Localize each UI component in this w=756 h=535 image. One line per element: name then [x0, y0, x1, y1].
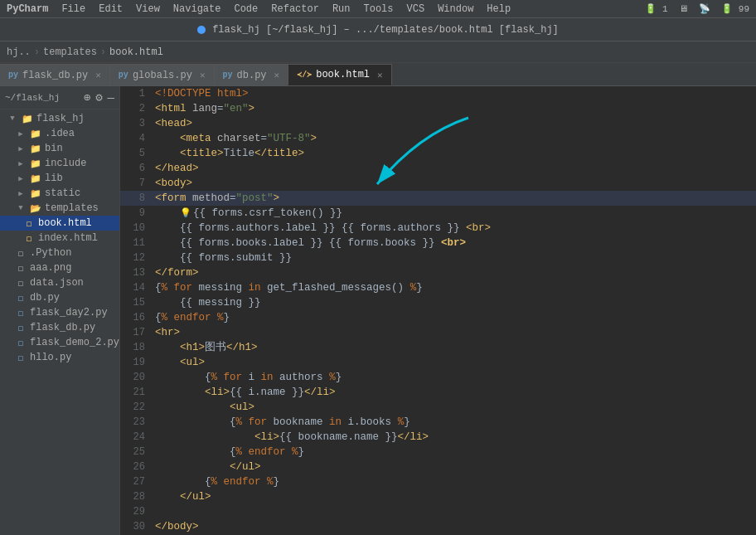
line-number: 13	[120, 265, 152, 280]
sidebar-item-label: flask_db.py	[30, 322, 95, 333]
menu-code[interactable]: Code	[234, 3, 258, 15]
sidebar-settings-btn[interactable]: ⚙	[95, 90, 102, 105]
folder-icon: 📁	[30, 158, 41, 169]
line-number: 1	[120, 86, 152, 101]
sidebar-item-label: lib	[45, 173, 63, 184]
file-icon: ◻	[23, 218, 35, 229]
sidebar-item-flask-demo[interactable]: ◻ flask_demo_2.py	[0, 335, 119, 350]
sidebar-collapse-btn[interactable]: —	[108, 91, 114, 105]
code-line: 3 <head>	[120, 116, 756, 131]
line-content: {% endfor %}	[152, 474, 756, 489]
sidebar-item-bin[interactable]: ▶ 📁 bin	[0, 141, 119, 156]
app-name: PyCharm	[7, 3, 48, 15]
sidebar-item-lib[interactable]: ▶ 📁 lib	[0, 171, 119, 186]
sidebar-add-btn[interactable]: ⊕	[84, 90, 90, 105]
menu-file[interactable]: File	[61, 3, 85, 15]
code-line: 17 <hr>	[120, 325, 756, 340]
sidebar-item-templates[interactable]: ▼ 📂 templates	[0, 201, 119, 216]
expand-icon: ▼	[15, 204, 27, 212]
line-number: 7	[120, 176, 152, 191]
sidebar-item-label: aaa.png	[30, 262, 71, 274]
line-number: 29	[120, 504, 152, 519]
line-number: 22	[120, 400, 152, 415]
breadcrumb-current[interactable]: book.html	[109, 46, 163, 58]
close-tab-icon[interactable]: ✕	[200, 70, 206, 80]
line-number: 5	[120, 146, 152, 161]
sidebar-item-flask-day2[interactable]: ◻ flask_day2.py	[0, 305, 119, 320]
sidebar-item-aaa-png[interactable]: ◻ aaa.png	[0, 260, 119, 275]
main-area: ~/flask_hj ⊕ ⚙ — ▼ 📁 flask_hj ▶ 📁 .idea …	[0, 86, 756, 535]
line-content: <meta charset="UTF-8">	[152, 131, 756, 146]
path-text: flask_hj [~/flask_hj] – .../templates/bo…	[197, 24, 559, 36]
file-icon: ◻	[15, 248, 27, 259]
close-tab-icon[interactable]: ✕	[377, 70, 383, 80]
sidebar-item-hllo[interactable]: ◻ hllo.py	[0, 350, 119, 365]
menu-help[interactable]: Help	[487, 3, 511, 15]
code-line: 4 <meta charset="UTF-8">	[120, 131, 756, 146]
line-number: 11	[120, 236, 152, 250]
menu-vcs[interactable]: VCS	[407, 3, 425, 15]
sidebar-item-index-html[interactable]: ◻ index.html	[0, 231, 119, 246]
menu-refactor[interactable]: Refactor	[271, 3, 319, 15]
sidebar-item-label: .idea	[45, 128, 75, 139]
close-tab-icon[interactable]: ✕	[95, 70, 101, 80]
menu-run[interactable]: Run	[332, 3, 351, 15]
sidebar-item-idea[interactable]: ▶ 📁 .idea	[0, 126, 119, 141]
tab-db[interactable]: py db.py ✕	[214, 64, 289, 85]
code-line: 12 {{ forms.submit }}	[120, 250, 756, 265]
line-content: 💡{{ forms.csrf_token() }}	[152, 206, 756, 221]
sidebar-item-python[interactable]: ◻ .Python	[0, 246, 119, 260]
close-tab-icon[interactable]: ✕	[274, 70, 280, 80]
code-line: 6 </head>	[120, 161, 756, 176]
sidebar-item-label: flask_hj	[36, 113, 85, 124]
sidebar-item-flask-hj[interactable]: ▼ 📁 flask_hj	[0, 111, 119, 126]
line-number: 18	[120, 340, 152, 355]
sidebar-item-label: include	[45, 158, 86, 169]
sidebar-item-static[interactable]: ▶ 📁 static	[0, 186, 119, 201]
menu-window[interactable]: Window	[438, 3, 473, 15]
file-icon: ◻	[15, 323, 27, 333]
editor-container[interactable]: 1 <!DOCTYPE html> 2 <html lang="en"> 3 <…	[120, 86, 756, 535]
sidebar-item-flask-db-py[interactable]: ◻ flask_db.py	[0, 320, 119, 335]
tab-globals[interactable]: py globals.py ✕	[109, 64, 215, 85]
expand-icon: ▶	[15, 144, 27, 153]
code-editor[interactable]: 1 <!DOCTYPE html> 2 <html lang="en"> 3 <…	[120, 86, 756, 535]
sidebar-item-include[interactable]: ▶ 📁 include	[0, 156, 119, 171]
line-number: 3	[120, 116, 152, 131]
line-content: </form>	[152, 265, 756, 280]
breadcrumb-root[interactable]: hj..	[7, 46, 31, 58]
sidebar-item-book-html[interactable]: ◻ book.html	[0, 216, 119, 231]
menu-view[interactable]: View	[136, 3, 160, 15]
file-tabs: py flask_db.py ✕ py globals.py ✕ py db.p…	[0, 63, 756, 86]
code-line: 30 </body>	[120, 519, 756, 534]
line-number: 23	[120, 415, 152, 430]
line-content: <ul>	[152, 400, 756, 415]
file-icon: ◻	[15, 293, 27, 304]
sidebar-item-data-json[interactable]: ◻ data.json	[0, 275, 119, 290]
tab-book-html[interactable]: ≺/≻ book.html ✕	[288, 64, 391, 85]
line-content: </head>	[152, 161, 756, 176]
tab-flask-db[interactable]: py flask_db.py ✕	[0, 64, 110, 85]
line-number: 9	[120, 206, 152, 221]
line-number: 10	[120, 221, 152, 236]
line-content: </ul>	[152, 489, 756, 504]
expand-icon: ▶	[15, 174, 27, 183]
tab-label: globals.py	[133, 70, 192, 81]
code-line: 1 <!DOCTYPE html>	[120, 86, 756, 101]
sidebar-toolbar: ~/flask_hj ⊕ ⚙ —	[0, 86, 119, 109]
sidebar-item-db-py[interactable]: ◻ db.py	[0, 290, 119, 305]
sidebar-item-label: index.html	[38, 232, 98, 244]
tab-label: flask_db.py	[22, 70, 88, 81]
sidebar-item-label: flask_day2.py	[30, 307, 108, 319]
line-number: 6	[120, 161, 152, 176]
folder-icon: 📁	[30, 143, 41, 154]
line-content	[152, 504, 756, 519]
tab-label: book.html	[316, 69, 370, 80]
line-number: 20	[120, 370, 152, 385]
menu-edit[interactable]: Edit	[99, 3, 123, 15]
menu-tools[interactable]: Tools	[364, 3, 394, 15]
folder-icon: 📁	[30, 173, 41, 184]
status-area: 🔋 1 🖥 📡 🔋 99	[645, 3, 749, 14]
menu-navigate[interactable]: Navigate	[173, 3, 221, 15]
breadcrumb-templates[interactable]: templates	[43, 46, 97, 58]
